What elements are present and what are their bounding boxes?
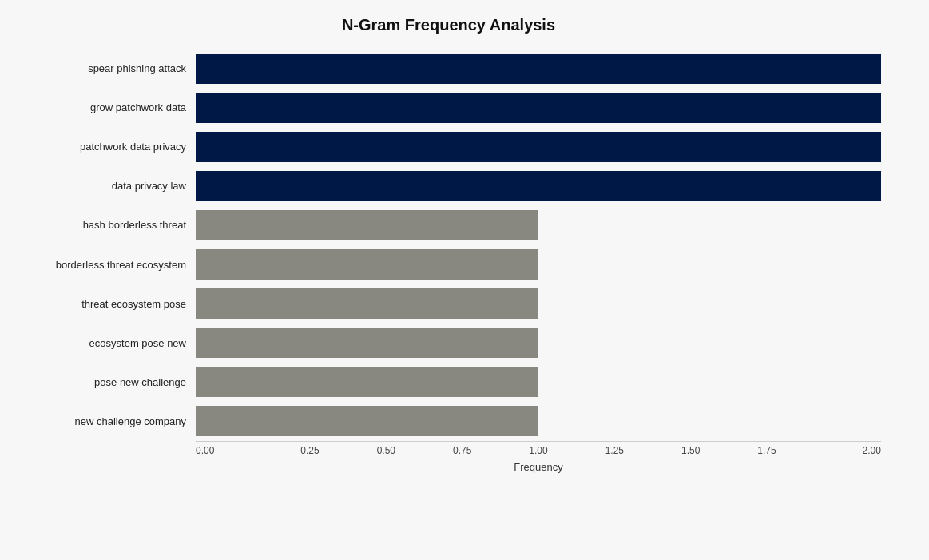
bar-fill	[196, 54, 881, 84]
bar-fill	[196, 171, 881, 201]
x-ticks: 0.000.250.500.751.001.251.501.752.00	[196, 441, 881, 456]
x-tick: 1.25	[577, 445, 653, 456]
x-tick: 2.00	[805, 445, 881, 456]
bar-fill	[196, 132, 881, 162]
x-tick: 1.50	[653, 445, 729, 456]
bar-fill	[196, 406, 538, 436]
bar-track	[196, 54, 881, 84]
bar-label: grow patchwork data	[16, 101, 196, 113]
bar-track	[196, 171, 881, 201]
bar-row: data privacy law	[16, 166, 881, 205]
x-tick: 0.50	[348, 445, 424, 456]
x-tick: 0.75	[424, 445, 500, 456]
bar-fill	[196, 328, 538, 358]
bar-row: borderless threat ecosystem	[16, 244, 881, 284]
bar-track	[196, 93, 881, 123]
bar-row: new challenge company	[16, 402, 881, 441]
bar-row: threat ecosystem pose	[16, 284, 881, 324]
chart-title: N-Gram Frequency Analysis	[16, 16, 881, 34]
x-axis: 0.000.250.500.751.001.251.501.752.00 Fre…	[196, 441, 881, 473]
bar-track	[196, 132, 881, 162]
bar-track	[196, 288, 881, 319]
bar-label: patchwork data privacy	[16, 141, 196, 153]
bar-row: pose new challenge	[16, 363, 881, 402]
bar-track	[196, 249, 881, 280]
bar-row: grow patchwork data	[16, 88, 881, 127]
x-tick: 0.00	[196, 445, 272, 456]
bar-fill	[196, 367, 538, 397]
bar-label: data privacy law	[16, 180, 196, 192]
bar-row: patchwork data privacy	[16, 127, 881, 166]
bar-track	[196, 367, 881, 397]
bar-label: hash borderless threat	[16, 219, 196, 231]
x-tick: 1.75	[729, 445, 804, 456]
bar-track	[196, 210, 881, 240]
bar-fill	[196, 288, 538, 319]
x-tick: 1.00	[500, 445, 576, 456]
bar-label: spear phishing attack	[16, 62, 196, 74]
bar-fill	[196, 249, 538, 280]
bar-label: threat ecosystem pose	[16, 298, 196, 310]
chart-container: N-Gram Frequency Analysis spear phishing…	[0, 0, 929, 560]
bar-track	[196, 328, 881, 358]
x-axis-label: Frequency	[196, 461, 881, 473]
bar-label: new challenge company	[16, 415, 196, 427]
x-tick: 0.25	[272, 445, 347, 456]
bar-row: spear phishing attack	[16, 49, 881, 88]
bar-label: borderless threat ecosystem	[16, 259, 196, 271]
bar-fill	[196, 93, 881, 123]
chart-area: spear phishing attackgrow patchwork data…	[16, 49, 881, 473]
bar-label: ecosystem pose new	[16, 337, 196, 349]
bars-section: spear phishing attackgrow patchwork data…	[16, 49, 881, 441]
bar-label: pose new challenge	[16, 376, 196, 388]
bar-row: ecosystem pose new	[16, 324, 881, 363]
bar-row: hash borderless threat	[16, 205, 881, 244]
bar-fill	[196, 210, 538, 240]
bar-track	[196, 406, 881, 436]
